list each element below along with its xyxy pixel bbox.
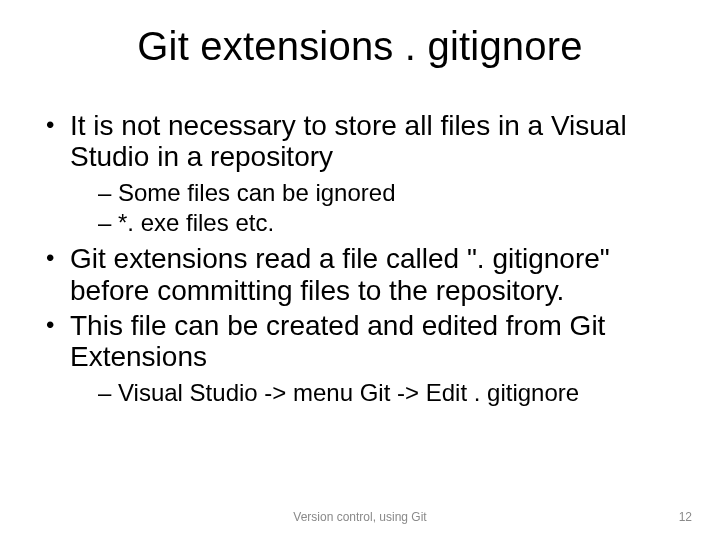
bullet-text: Git extensions read a file called ". git… — [70, 243, 610, 305]
bullet-text: This file can be created and edited from… — [70, 310, 605, 372]
bullet-item: It is not necessary to store all files i… — [44, 110, 680, 237]
sub-bullet-item: *. exe files etc. — [98, 209, 680, 237]
sub-bullet-item: Visual Studio -> menu Git -> Edit . giti… — [98, 379, 680, 407]
slide: Git extensions . gitignore It is not nec… — [0, 0, 720, 540]
slide-title: Git extensions . gitignore — [0, 24, 720, 69]
sub-bullet-item: Some files can be ignored — [98, 179, 680, 207]
sub-bullet-text: *. exe files etc. — [118, 209, 274, 236]
footer-center: Version control, using Git — [0, 510, 720, 524]
bullet-item: This file can be created and edited from… — [44, 310, 680, 407]
sub-bullet-text: Some files can be ignored — [118, 179, 396, 206]
page-number: 12 — [679, 510, 692, 524]
slide-body: It is not necessary to store all files i… — [44, 110, 680, 413]
sub-bullet-text: Visual Studio -> menu Git -> Edit . giti… — [118, 379, 579, 406]
bullet-item: Git extensions read a file called ". git… — [44, 243, 680, 306]
bullet-text: It is not necessary to store all files i… — [70, 110, 627, 172]
